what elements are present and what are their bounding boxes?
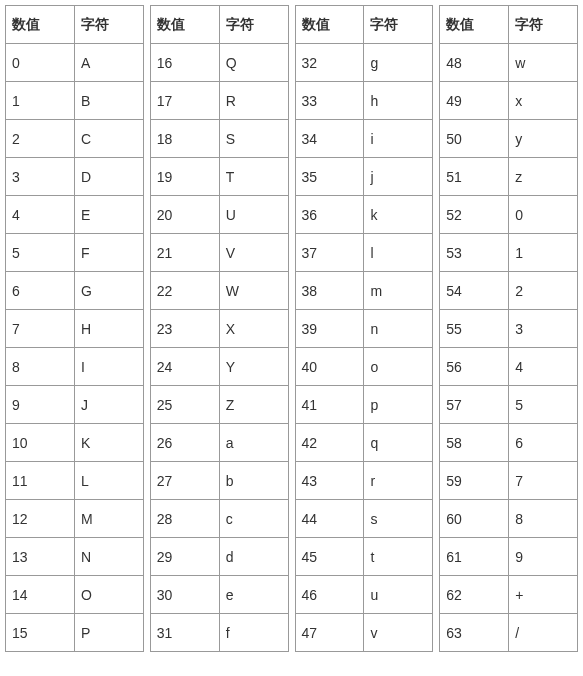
cell-value: 23 bbox=[150, 310, 219, 348]
cell-char: q bbox=[364, 424, 433, 462]
cell-char: I bbox=[74, 348, 143, 386]
cell-value: 7 bbox=[6, 310, 75, 348]
header-value: 数值 bbox=[6, 6, 75, 44]
table-row: 28c bbox=[150, 500, 288, 538]
cell-value: 49 bbox=[440, 82, 509, 120]
table-row: 44s bbox=[295, 500, 433, 538]
cell-value: 35 bbox=[295, 158, 364, 196]
cell-char: 7 bbox=[509, 462, 578, 500]
table-row: 542 bbox=[440, 272, 578, 310]
cell-char: J bbox=[74, 386, 143, 424]
table-row: 520 bbox=[440, 196, 578, 234]
cell-char: w bbox=[509, 44, 578, 82]
cell-value: 41 bbox=[295, 386, 364, 424]
table-row: 51z bbox=[440, 158, 578, 196]
cell-value: 60 bbox=[440, 500, 509, 538]
table-row: 50y bbox=[440, 120, 578, 158]
table-row: 46u bbox=[295, 576, 433, 614]
cell-char: i bbox=[364, 120, 433, 158]
cell-value: 33 bbox=[295, 82, 364, 120]
cell-value: 28 bbox=[150, 500, 219, 538]
cell-value: 27 bbox=[150, 462, 219, 500]
table-row: 63/ bbox=[440, 614, 578, 652]
table-row: 4E bbox=[6, 196, 144, 234]
cell-char: o bbox=[364, 348, 433, 386]
table-row: 2C bbox=[6, 120, 144, 158]
cell-char: E bbox=[74, 196, 143, 234]
header-value: 数值 bbox=[295, 6, 364, 44]
cell-char: x bbox=[509, 82, 578, 120]
table-row: 608 bbox=[440, 500, 578, 538]
cell-value: 17 bbox=[150, 82, 219, 120]
cell-char: K bbox=[74, 424, 143, 462]
cell-char: f bbox=[219, 614, 288, 652]
encoding-subtable-1: 数值字符16Q17R18S19T20U21V22W23X24Y25Z26a27b… bbox=[150, 5, 289, 652]
cell-char: m bbox=[364, 272, 433, 310]
cell-value: 56 bbox=[440, 348, 509, 386]
table-header-row: 数值字符 bbox=[440, 6, 578, 44]
table-row: 23X bbox=[150, 310, 288, 348]
cell-char: h bbox=[364, 82, 433, 120]
cell-value: 8 bbox=[6, 348, 75, 386]
cell-char: k bbox=[364, 196, 433, 234]
cell-value: 5 bbox=[6, 234, 75, 272]
cell-char: b bbox=[219, 462, 288, 500]
cell-char: l bbox=[364, 234, 433, 272]
cell-value: 42 bbox=[295, 424, 364, 462]
cell-value: 48 bbox=[440, 44, 509, 82]
table-row: 1B bbox=[6, 82, 144, 120]
cell-value: 21 bbox=[150, 234, 219, 272]
cell-value: 29 bbox=[150, 538, 219, 576]
table-row: 38m bbox=[295, 272, 433, 310]
table-row: 586 bbox=[440, 424, 578, 462]
table-row: 48w bbox=[440, 44, 578, 82]
table-row: 10K bbox=[6, 424, 144, 462]
cell-value: 0 bbox=[6, 44, 75, 82]
cell-char: r bbox=[364, 462, 433, 500]
cell-char: a bbox=[219, 424, 288, 462]
table-row: 16Q bbox=[150, 44, 288, 82]
table-row: 12M bbox=[6, 500, 144, 538]
encoding-table: 数值字符0A1B2C3D4E5F6G7H8I9J10K11L12M13N14O1… bbox=[5, 5, 578, 652]
cell-char: X bbox=[219, 310, 288, 348]
table-row: 47v bbox=[295, 614, 433, 652]
table-row: 27b bbox=[150, 462, 288, 500]
cell-char: e bbox=[219, 576, 288, 614]
encoding-subtable-3: 数值字符48w49x50y51z520531542553564575586597… bbox=[439, 5, 578, 652]
cell-value: 25 bbox=[150, 386, 219, 424]
cell-char: 6 bbox=[509, 424, 578, 462]
cell-value: 53 bbox=[440, 234, 509, 272]
cell-char: F bbox=[74, 234, 143, 272]
table-row: 17R bbox=[150, 82, 288, 120]
table-header-row: 数值字符 bbox=[150, 6, 288, 44]
cell-char: y bbox=[509, 120, 578, 158]
cell-value: 37 bbox=[295, 234, 364, 272]
cell-value: 36 bbox=[295, 196, 364, 234]
table-row: 564 bbox=[440, 348, 578, 386]
cell-char: B bbox=[74, 82, 143, 120]
cell-value: 51 bbox=[440, 158, 509, 196]
cell-value: 59 bbox=[440, 462, 509, 500]
cell-char: Q bbox=[219, 44, 288, 82]
cell-char: C bbox=[74, 120, 143, 158]
cell-char: A bbox=[74, 44, 143, 82]
cell-value: 9 bbox=[6, 386, 75, 424]
cell-char: V bbox=[219, 234, 288, 272]
table-row: 619 bbox=[440, 538, 578, 576]
cell-char: 9 bbox=[509, 538, 578, 576]
encoding-subtable-0: 数值字符0A1B2C3D4E5F6G7H8I9J10K11L12M13N14O1… bbox=[5, 5, 144, 652]
cell-char: 3 bbox=[509, 310, 578, 348]
table-row: 9J bbox=[6, 386, 144, 424]
cell-value: 2 bbox=[6, 120, 75, 158]
table-row: 34i bbox=[295, 120, 433, 158]
table-row: 31f bbox=[150, 614, 288, 652]
cell-char: c bbox=[219, 500, 288, 538]
cell-value: 22 bbox=[150, 272, 219, 310]
table-row: 30e bbox=[150, 576, 288, 614]
cell-char: W bbox=[219, 272, 288, 310]
cell-value: 30 bbox=[150, 576, 219, 614]
cell-value: 63 bbox=[440, 614, 509, 652]
table-row: 8I bbox=[6, 348, 144, 386]
table-row: 41p bbox=[295, 386, 433, 424]
cell-char: / bbox=[509, 614, 578, 652]
